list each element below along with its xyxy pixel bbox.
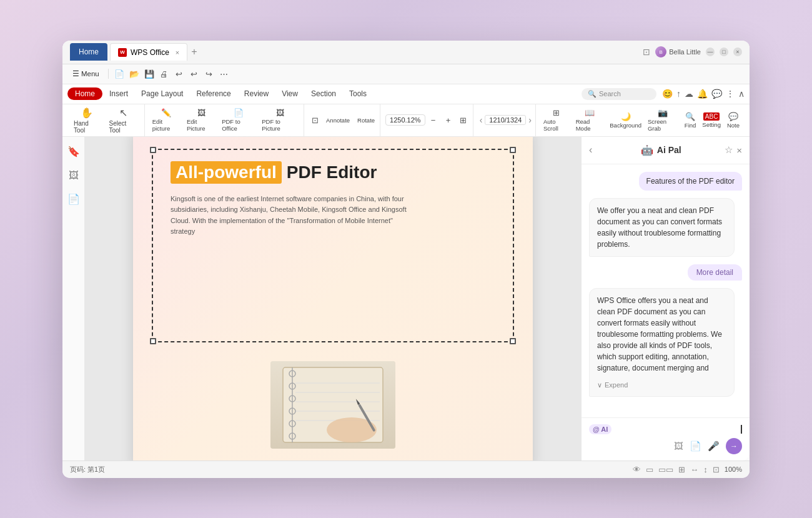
- select-tool-btn[interactable]: ↖ Select Tool: [106, 106, 142, 135]
- pdf-heading: All-powerful PDF Editor: [171, 161, 495, 184]
- cloud-icon[interactable]: ☁: [685, 89, 693, 99]
- auto-scroll-icon: ⊞: [553, 108, 560, 117]
- setting-label: Setting: [702, 121, 721, 128]
- hand-tool-btn[interactable]: ✋ Hand Tool: [70, 106, 104, 135]
- more-detail-btn[interactable]: More detail: [688, 264, 742, 281]
- share-icon[interactable]: ↩: [172, 67, 186, 81]
- tab-insert[interactable]: Insert: [103, 87, 134, 101]
- background-btn[interactable]: 🌙 Background: [607, 111, 644, 130]
- ai-back-btn[interactable]: ‹: [589, 144, 592, 156]
- ai-input-field[interactable]: [614, 425, 738, 434]
- ai-close-btn[interactable]: ×: [736, 145, 742, 156]
- ai-chat-area[interactable]: Features of the PDF editor We offer you …: [582, 164, 750, 417]
- read-mode-btn[interactable]: 📖 Read Mode: [573, 107, 607, 133]
- handle-br[interactable]: [510, 338, 516, 344]
- print-icon[interactable]: 🖨: [157, 67, 171, 81]
- ribbon-tabs: Home Insert Page Layout Reference Review…: [62, 84, 750, 104]
- tab-section[interactable]: Section: [305, 87, 342, 101]
- zoom-minus-btn[interactable]: −: [427, 113, 440, 127]
- fit-height-status-icon[interactable]: ↕: [703, 465, 708, 474]
- notification-icon[interactable]: 🔔: [697, 89, 708, 99]
- send-icon: →: [730, 442, 738, 451]
- fit-width-btn[interactable]: ⊞: [457, 113, 470, 127]
- hand-icon: ✋: [81, 107, 93, 119]
- tab-close-btn[interactable]: ×: [176, 49, 179, 56]
- fit-width-status-icon[interactable]: ↔: [690, 465, 698, 474]
- tab-home-ribbon[interactable]: Home: [67, 87, 102, 100]
- search-bar[interactable]: 🔍 Search: [582, 88, 656, 100]
- screen-mode-icon[interactable]: ⊡: [643, 47, 650, 57]
- rotate-btn[interactable]: Rotate: [355, 116, 377, 125]
- tab-reference[interactable]: Reference: [190, 87, 237, 101]
- expand-row[interactable]: ∨ Expend: [597, 380, 726, 391]
- handle-tl[interactable]: [150, 147, 156, 153]
- redo-icon[interactable]: ↪: [202, 67, 216, 81]
- edit-picture-label: Edit picture: [152, 118, 181, 132]
- notebook-illustration: [270, 361, 395, 449]
- ai-image-input-icon[interactable]: 🖼: [674, 441, 683, 451]
- ai-mic-input-icon[interactable]: 🎤: [708, 441, 720, 452]
- more-icon[interactable]: ⋯: [217, 67, 231, 81]
- tab-review[interactable]: Review: [238, 87, 275, 101]
- auto-scroll-btn[interactable]: ⊞ Auto Scroll: [541, 107, 572, 133]
- fit-page-status-icon[interactable]: ⊡: [713, 465, 720, 474]
- minimize-btn[interactable]: —: [706, 47, 715, 56]
- edit-picture-btn[interactable]: ✏️ Edit picture: [150, 107, 183, 133]
- tab-home[interactable]: Home: [70, 43, 107, 61]
- maximize-btn[interactable]: □: [720, 47, 728, 56]
- new-tab-btn[interactable]: +: [191, 46, 197, 57]
- user-avatar: B: [655, 46, 666, 57]
- pdf-to-office-btn[interactable]: 📄 PDF to Office: [219, 107, 258, 133]
- more-actions-icon[interactable]: ⋮: [726, 89, 735, 99]
- ai-star-btn[interactable]: ☆: [725, 144, 733, 156]
- menu-hamburger[interactable]: ☰ Menu: [67, 67, 104, 80]
- pdf-pic-icon: 🖼: [276, 108, 284, 117]
- pdf-image-area: [270, 361, 395, 449]
- annotate-btn[interactable]: Annotate: [324, 116, 352, 125]
- grid-icon[interactable]: ⊞: [678, 465, 685, 474]
- tool-group-basic: ✋ Hand Tool ↖ Select Tool: [67, 104, 145, 136]
- note-icon: 💬: [728, 112, 738, 121]
- read-mode-icon: 📖: [585, 108, 595, 117]
- zoom-plus-btn[interactable]: +: [442, 113, 455, 127]
- share-action-icon[interactable]: ↑: [676, 89, 681, 99]
- undo-icon[interactable]: ↩: [187, 67, 201, 81]
- find-btn[interactable]: 🔍 Find: [682, 111, 698, 130]
- tab-tools[interactable]: Tools: [343, 87, 373, 101]
- close-btn[interactable]: ×: [733, 47, 742, 56]
- ai-doc-input-icon[interactable]: 📄: [690, 441, 701, 452]
- handle-tr[interactable]: [510, 147, 516, 153]
- screen-grab-btn[interactable]: 📷 Screen Grab: [645, 107, 681, 133]
- quick-access-toolbar: 📄 📂 💾 🖨 ↩ ↩ ↪ ⋯: [112, 67, 231, 81]
- save-icon[interactable]: 💾: [142, 67, 156, 81]
- tab-page-layout[interactable]: Page Layout: [135, 87, 189, 101]
- pdf-to-picture-btn[interactable]: 🖼 PDF to Picture: [259, 107, 301, 133]
- user-badge[interactable]: B Bella Little: [655, 46, 701, 57]
- sidebar-image-icon[interactable]: 🖼: [65, 167, 82, 184]
- new-file-icon[interactable]: 📄: [112, 67, 126, 81]
- setting-btn[interactable]: ABC Setting: [700, 111, 723, 129]
- sidebar-bookmark-icon[interactable]: 🔖: [65, 143, 82, 161]
- ai-send-btn[interactable]: →: [726, 438, 742, 454]
- fit-page-btn[interactable]: ⊡: [309, 114, 321, 126]
- handle-bl[interactable]: [150, 338, 156, 344]
- tab-view[interactable]: View: [275, 87, 304, 101]
- cursor-icon: ↖: [119, 107, 127, 119]
- prev-page-btn[interactable]: ‹: [478, 115, 484, 125]
- chat-icon[interactable]: 💬: [711, 89, 722, 99]
- emoji-icon[interactable]: 😊: [662, 89, 673, 99]
- pdf-title-area: All-powerful PDF Editor Kingsoft is one …: [171, 161, 495, 237]
- open-file-icon[interactable]: 📂: [127, 67, 141, 81]
- note-btn[interactable]: 💬 Note: [725, 111, 742, 130]
- collapse-icon[interactable]: ∧: [738, 89, 745, 99]
- single-page-icon[interactable]: ▭: [646, 465, 653, 474]
- two-page-icon[interactable]: ▭▭: [658, 465, 673, 474]
- next-page-btn[interactable]: ›: [527, 115, 533, 125]
- sidebar-page-icon[interactable]: 📄: [65, 191, 82, 208]
- pdf-picture-label: PDF to Picture: [262, 118, 299, 132]
- edit-picture2-btn[interactable]: 🖼 Edit Picture: [184, 107, 218, 133]
- eye-icon[interactable]: 👁: [633, 465, 641, 474]
- tab-wps-office[interactable]: W WPS Office ×: [110, 43, 187, 61]
- ai-panel-header: ‹ 🤖 Ai Pal ☆ ×: [582, 137, 750, 164]
- tool-group-edit: ✏️ Edit picture 🖼 Edit Picture 📄 PDF to …: [147, 104, 304, 136]
